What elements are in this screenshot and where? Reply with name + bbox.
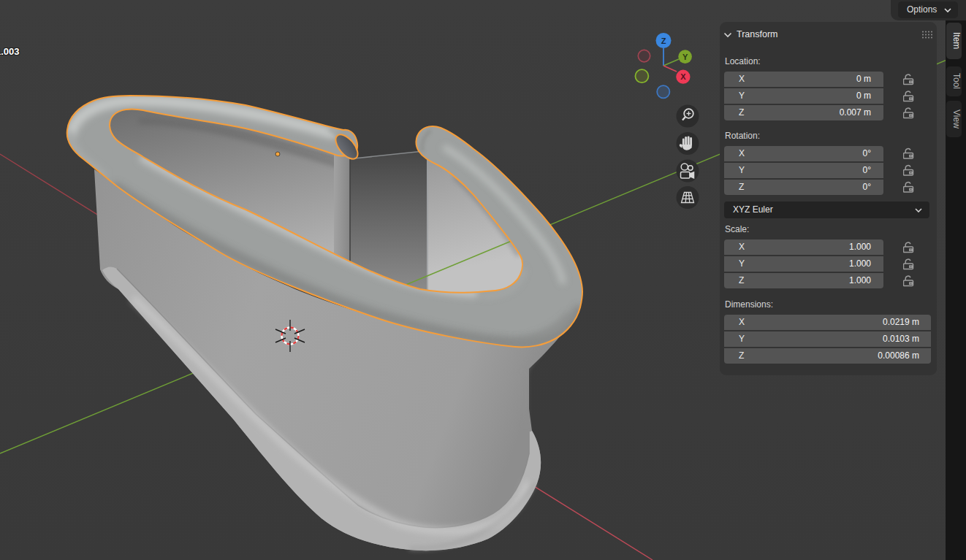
svg-text:Y: Y [682, 53, 688, 61]
svg-text:Z: Z [661, 37, 666, 45]
svg-text:X: X [680, 72, 686, 81]
